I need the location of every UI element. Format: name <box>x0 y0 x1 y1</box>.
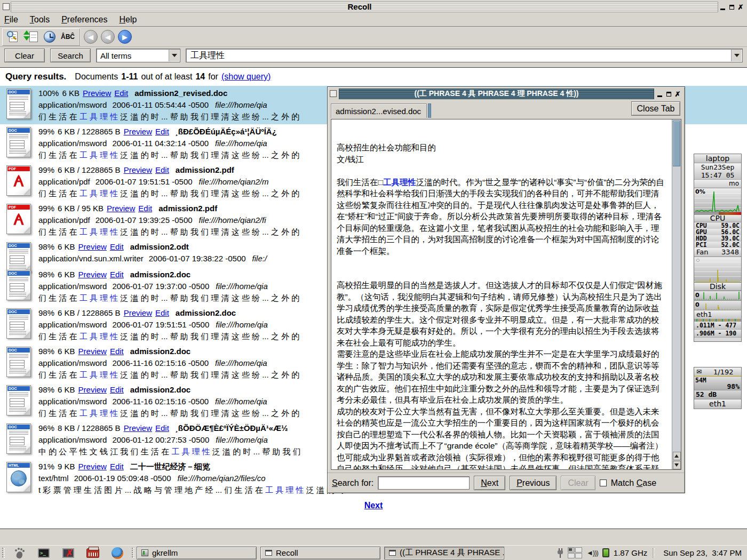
query-input[interactable]: 工具理性 <box>186 49 743 62</box>
task-button[interactable]: Recoll <box>260 547 380 559</box>
eth-label: eth1 <box>694 310 741 319</box>
preview-window: ((工 PHRASE 4 具 PHRASE 4 理 PHRASE 4 性)) ✗… <box>327 86 685 493</box>
preview-link[interactable]: Preview <box>124 308 152 317</box>
file-type-icon: DOC <box>6 385 31 415</box>
preview-link[interactable]: Preview <box>124 165 152 174</box>
typewriter-launcher-icon[interactable] <box>81 546 105 560</box>
find-previous-button[interactable]: Previous <box>510 476 557 490</box>
preview-link[interactable]: Preview <box>78 347 107 356</box>
tasklist-handle[interactable] <box>132 548 134 558</box>
advanced-search-icon[interactable] <box>6 29 21 44</box>
volume-icon[interactable]: ◄))) <box>586 549 598 557</box>
cpu-frequency-icon[interactable] <box>602 548 609 557</box>
preview-link[interactable]: Preview <box>107 204 135 213</box>
page-fold <box>24 227 31 234</box>
results-title: Query results. <box>5 71 66 82</box>
chevron-down-icon[interactable] <box>169 50 179 61</box>
edit-link[interactable]: Edit <box>155 127 169 136</box>
preview-scrollbar[interactable] <box>672 119 681 469</box>
preview-link[interactable]: Preview <box>78 270 107 279</box>
preview-titlebar[interactable]: ((工 PHRASE 4 具 PHRASE 4 理 PHRASE 4 性)) ✗ <box>329 89 683 99</box>
scroll-down-icon[interactable] <box>673 461 681 469</box>
file-type-icon: DOC <box>6 347 31 377</box>
term-explorer-icon[interactable]: ÅBĈ <box>60 29 75 44</box>
preview-window-menu-icon[interactable] <box>330 90 337 97</box>
next-page-icon[interactable]: ▶ <box>118 30 132 44</box>
document-history-icon[interactable] <box>42 29 57 44</box>
query-value: 工具理性 <box>190 50 225 61</box>
file-type-icon: DOC <box>6 89 31 119</box>
edit-link[interactable]: Edit <box>138 204 152 213</box>
window-bottom-strip <box>0 529 747 545</box>
temperature-readouts: CPU59.0CGPU56.0CHDD39.0CPCI52.0C <box>694 222 741 248</box>
previous-page-icon[interactable]: ◀ <box>101 30 115 44</box>
preview-link[interactable]: Preview <box>83 89 111 98</box>
show-query-link[interactable]: (show query) <box>221 72 271 82</box>
panel-handle[interactable] <box>2 548 5 558</box>
first-page-icon[interactable]: ◀ <box>84 30 98 44</box>
preview-link[interactable]: Preview <box>78 242 107 251</box>
workspace-pager[interactable] <box>568 547 582 558</box>
sort-parameters-icon[interactable] <box>24 29 39 44</box>
preview-link[interactable]: Preview <box>124 127 152 136</box>
taskbar-clock[interactable]: Sun Sep 23, 3:47 PM <box>663 548 742 557</box>
lock-screen-icon[interactable] <box>56 546 81 560</box>
eth-footer: eth1 <box>694 399 741 408</box>
terminal-launcher-icon[interactable]: >_ <box>31 546 56 560</box>
scroll-up-icon[interactable] <box>673 452 681 460</box>
memory-meter: 54M 98% <box>694 376 741 390</box>
edit-link[interactable]: Edit <box>110 242 124 251</box>
task-button[interactable]: gkrellm <box>137 547 257 559</box>
preview-link[interactable]: Preview <box>78 385 107 394</box>
preview-maximize-button[interactable] <box>664 90 673 98</box>
edit-link[interactable]: Edit <box>110 270 124 279</box>
scrollbar-thumb[interactable] <box>673 121 680 166</box>
menu-file[interactable]: File <box>4 15 18 25</box>
query-history-chevron-icon[interactable] <box>731 50 742 61</box>
edit-link[interactable]: Edit <box>155 308 169 317</box>
find-next-button[interactable]: Next <box>474 476 505 490</box>
find-clear-button[interactable]: Clear <box>561 476 595 490</box>
edit-link[interactable]: Edit <box>155 423 169 433</box>
preview-link[interactable]: Preview <box>124 423 152 433</box>
edit-link[interactable]: Edit <box>110 385 124 394</box>
gkrellm-clock: Sun23Sep15:47 05 <box>694 163 741 179</box>
results-header: Query results. Documents 1-11 out of at … <box>0 68 747 86</box>
match-case-checkbox[interactable] <box>600 479 607 486</box>
cpu-frequency-value: 1.87 GHz <box>614 548 647 557</box>
minimize-button[interactable] <box>718 3 727 11</box>
power-plug-icon[interactable] <box>557 548 563 558</box>
search-button[interactable]: Search <box>50 49 91 62</box>
preview-document-area[interactable]: 高校招生的社会功能和目的文/钱江 我们生活在□工具理性泛滥的时代。作为“世之显学… <box>331 119 681 470</box>
gnome-menu-icon[interactable] <box>7 546 31 560</box>
close-button[interactable]: ✗ <box>736 3 745 11</box>
menu-tools[interactable]: Tools <box>30 15 50 25</box>
file-type-icon: DOC <box>6 127 31 157</box>
firefox-launcher-icon[interactable] <box>105 546 130 560</box>
next-page-link[interactable]: Next <box>364 501 383 510</box>
close-tab-button[interactable]: Close Tab <box>631 101 680 116</box>
gkrellm-panel-2[interactable]: ✉ 1/192 54M 98% 52 dB eth1 <box>694 367 742 409</box>
tray-separator <box>653 548 655 558</box>
edit-link[interactable]: Edit <box>155 165 169 174</box>
edit-link[interactable]: Edit <box>110 347 124 356</box>
mail-count: 1/192 <box>713 368 733 376</box>
search-mode-select[interactable]: All terms <box>96 49 180 62</box>
task-button[interactable]: ((工 PHRASE 4 具 PHRASE ... <box>384 547 504 559</box>
menu-preferences[interactable]: Preferences <box>61 15 107 25</box>
window-title: Recoll <box>1 2 718 11</box>
main-titlebar[interactable]: Recoll ✗ <box>1 1 746 13</box>
page-fold <box>24 332 31 339</box>
preview-close-button[interactable]: ✗ <box>673 90 682 98</box>
edit-link[interactable]: Edit <box>114 89 128 98</box>
cpu-caption: CPU <box>694 215 741 222</box>
find-input[interactable] <box>378 476 470 490</box>
maximize-button[interactable] <box>727 3 736 11</box>
edit-link[interactable]: Edit <box>110 462 124 471</box>
preview-tab[interactable]: admission2...evised.doc <box>331 103 427 118</box>
clear-button[interactable]: Clear <box>4 49 45 62</box>
preview-minimize-button[interactable] <box>655 90 664 98</box>
gkrellm-panel[interactable]: laptop Sun23Sep15:47 05 mo 0% CPU CPU59.… <box>694 154 742 342</box>
menu-help[interactable]: Help <box>119 15 137 25</box>
preview-link[interactable]: Preview <box>78 462 107 471</box>
